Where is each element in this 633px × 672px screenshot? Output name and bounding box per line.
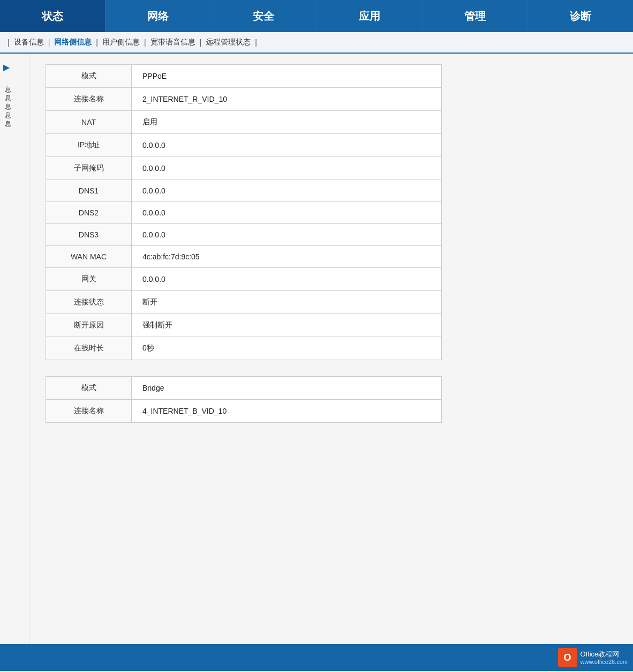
- sidebar-item-2[interactable]: 息: [0, 95, 29, 101]
- table-row: WAN MAC4c:ab:fc:7d:9c:05: [46, 246, 442, 268]
- nav-item-网络[interactable]: 网络: [106, 0, 211, 32]
- table-value: 0.0.0.0: [132, 202, 442, 224]
- table-key: 模式: [46, 377, 132, 400]
- nav-item-管理[interactable]: 管理: [423, 0, 528, 32]
- table-key: 在线时长: [46, 337, 132, 360]
- sep-start: |: [7, 38, 10, 47]
- nav-item-状态[interactable]: 状态: [0, 0, 106, 32]
- footer-bar: O Office教程网 www.office26.com: [0, 644, 633, 671]
- nav-item-应用[interactable]: 应用: [317, 0, 423, 32]
- table-key: 断开原因: [46, 314, 132, 337]
- table-value: 0.0.0.0: [132, 224, 442, 246]
- sep-3: |: [200, 38, 202, 47]
- table-row: DNS10.0.0.0: [46, 180, 442, 202]
- sidebar-active-row: ▶: [0, 59, 29, 76]
- table-row: 网关0.0.0.0: [46, 268, 442, 291]
- table-value: PPPoE: [132, 65, 442, 88]
- table-row: 连接状态断开: [46, 291, 442, 314]
- table-value: 0.0.0.0: [132, 134, 442, 157]
- network-info-table-2: 模式Bridge连接名称4_INTERNET_B_VID_10: [46, 376, 442, 423]
- subnav-item-宽带语音信息[interactable]: 宽带语音信息: [148, 36, 198, 48]
- table-value: 断开: [132, 291, 442, 314]
- logo-url: www.office26.com: [581, 659, 628, 665]
- sidebar-item-0[interactable]: 息: [0, 78, 29, 84]
- sep-2: |: [144, 38, 146, 47]
- logo-text: Office教程网: [581, 650, 628, 659]
- content: 模式PPPoE连接名称2_INTERNET_R_VID_10NAT启用IP地址0…: [29, 54, 633, 644]
- sidebar-item-1[interactable]: 息: [0, 86, 29, 93]
- table-row: 连接名称2_INTERNET_R_VID_10: [46, 88, 442, 111]
- table-value: 0.0.0.0: [132, 180, 442, 202]
- main-layout: ▶息息息息息 模式PPPoE连接名称2_INTERNET_R_VID_10NAT…: [0, 54, 633, 644]
- table-row: 模式Bridge: [46, 377, 442, 400]
- footer-logo: O Office教程网 www.office26.com: [558, 648, 628, 667]
- sidebar-item-3[interactable]: 息: [0, 103, 29, 110]
- table-key: DNS3: [46, 224, 132, 246]
- table-value: 强制断开: [132, 314, 442, 337]
- nav-item-诊断[interactable]: 诊断: [528, 0, 633, 32]
- table-key: 模式: [46, 65, 132, 88]
- table-value: 0.0.0.0: [132, 268, 442, 291]
- sep-0: |: [48, 38, 50, 47]
- table-key: 连接名称: [46, 88, 132, 111]
- table-key: 网关: [46, 268, 132, 291]
- table-row: DNS20.0.0.0: [46, 202, 442, 224]
- table-row: NAT启用: [46, 111, 442, 134]
- table-value: Bridge: [132, 377, 442, 400]
- table-row: 模式PPPoE: [46, 65, 442, 88]
- sidebar: ▶息息息息息: [0, 54, 29, 644]
- sidebar-arrow-icon: ▶: [3, 62, 10, 72]
- table-key: DNS2: [46, 202, 132, 224]
- subnav-item-用户侧信息[interactable]: 用户侧信息: [100, 36, 142, 48]
- table-row: 在线时长0秒: [46, 337, 442, 360]
- sub-nav: |设备信息|网络侧信息|用户侧信息|宽带语音信息|远程管理状态|: [0, 32, 633, 54]
- table-key: 子网掩码: [46, 157, 132, 180]
- table-row: 连接名称4_INTERNET_B_VID_10: [46, 400, 442, 423]
- table-row: 断开原因强制断开: [46, 314, 442, 337]
- table-key: IP地址: [46, 134, 132, 157]
- table-value: 2_INTERNET_R_VID_10: [132, 88, 442, 111]
- table-value: 0.0.0.0: [132, 157, 442, 180]
- top-nav: 状态网络安全应用管理诊断: [0, 0, 633, 32]
- nav-item-安全[interactable]: 安全: [211, 0, 316, 32]
- sidebar-item-4[interactable]: 息: [0, 112, 29, 118]
- table-value: 4c:ab:fc:7d:9c:05: [132, 246, 442, 268]
- table-value: 4_INTERNET_B_VID_10: [132, 400, 442, 423]
- sep-1: |: [96, 38, 98, 47]
- table-key: 连接状态: [46, 291, 132, 314]
- table-row: IP地址0.0.0.0: [46, 134, 442, 157]
- table-key: NAT: [46, 111, 132, 134]
- logo-text-block: Office教程网 www.office26.com: [581, 650, 628, 666]
- subnav-item-网络侧信息[interactable]: 网络侧信息: [52, 36, 94, 48]
- table-value: 启用: [132, 111, 442, 134]
- subnav-item-远程管理状态[interactable]: 远程管理状态: [204, 36, 253, 48]
- table-key: DNS1: [46, 180, 132, 202]
- network-info-table-1: 模式PPPoE连接名称2_INTERNET_R_VID_10NAT启用IP地址0…: [46, 64, 442, 360]
- logo-icon: O: [558, 648, 577, 667]
- table-value: 0秒: [132, 337, 442, 360]
- subnav-item-设备信息[interactable]: 设备信息: [12, 36, 46, 48]
- table-key: WAN MAC: [46, 246, 132, 268]
- table-key: 连接名称: [46, 400, 132, 423]
- table-row: 子网掩码0.0.0.0: [46, 157, 442, 180]
- table-row: DNS30.0.0.0: [46, 224, 442, 246]
- sep-4: |: [255, 38, 257, 47]
